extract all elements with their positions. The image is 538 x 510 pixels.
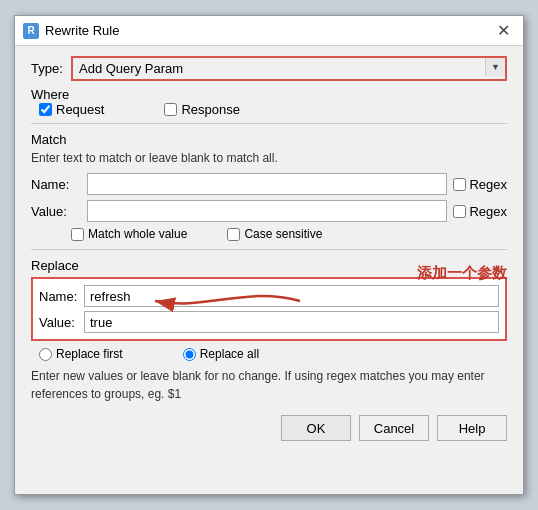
dialog-body: Type: ▼ Where Request Response (15, 46, 523, 457)
match-options: Match whole value Case sensitive (31, 227, 507, 241)
match-name-regex-label: Regex (469, 177, 507, 192)
request-checkbox[interactable] (39, 103, 52, 116)
type-label: Type: (31, 61, 71, 76)
match-value-row: Value: Regex (31, 200, 507, 222)
replace-all-row: Replace all (183, 347, 259, 361)
replace-all-label: Replace all (200, 347, 259, 361)
type-combo: ▼ (71, 56, 507, 81)
replace-name-row: Name: (39, 285, 499, 307)
replace-value-row: Value: (39, 311, 499, 333)
where-section: Where Request Response (31, 87, 507, 117)
match-value-label: Value: (31, 204, 81, 219)
type-row: Type: ▼ (31, 56, 507, 81)
match-name-input[interactable] (87, 173, 447, 195)
dialog-title: Rewrite Rule (45, 23, 491, 38)
match-value-regex-label: Regex (469, 204, 507, 219)
match-value-input[interactable] (87, 200, 447, 222)
request-label: Request (56, 102, 104, 117)
dialog-icon: R (23, 23, 39, 39)
match-description: Enter text to match or leave blank to ma… (31, 151, 507, 165)
match-name-regex-checkbox[interactable] (453, 178, 466, 191)
match-name-label: Name: (31, 177, 81, 192)
replace-value-label: Value: (39, 315, 84, 330)
title-bar: R Rewrite Rule ✕ (15, 16, 523, 46)
where-label: Where (31, 87, 69, 102)
match-name-row: Name: Regex (31, 173, 507, 195)
request-checkbox-row: Request (39, 102, 104, 117)
type-input[interactable] (73, 58, 485, 79)
replace-section: Replace Name: Value: Replace first (31, 258, 507, 403)
match-value-regex-checkbox[interactable] (453, 205, 466, 218)
replace-first-label: Replace first (56, 347, 123, 361)
replace-label: Replace (31, 258, 507, 273)
replace-name-input[interactable] (84, 285, 499, 307)
separator-1 (31, 123, 507, 124)
ok-button[interactable]: OK (281, 415, 351, 441)
case-sensitive-checkbox[interactable] (227, 228, 240, 241)
replace-all-radio[interactable] (183, 348, 196, 361)
type-dropdown-button[interactable]: ▼ (485, 58, 505, 76)
replace-radios: Replace first Replace all (31, 347, 507, 361)
match-value-regex-row: Regex (453, 204, 507, 219)
case-sensitive-option: Case sensitive (227, 227, 322, 241)
response-checkbox-row: Response (164, 102, 240, 117)
replace-name-label: Name: (39, 289, 84, 304)
replace-box: Name: Value: (31, 277, 507, 341)
case-sensitive-label: Case sensitive (244, 227, 322, 241)
match-section: Match Enter text to match or leave blank… (31, 132, 507, 241)
separator-2 (31, 249, 507, 250)
button-row: OK Cancel Help (31, 415, 507, 441)
replace-first-row: Replace first (39, 347, 123, 361)
where-checkboxes: Request Response (31, 102, 507, 117)
response-label: Response (181, 102, 240, 117)
replace-value-input[interactable] (84, 311, 499, 333)
match-whole-value-label: Match whole value (88, 227, 187, 241)
rewrite-rule-dialog: R Rewrite Rule ✕ Type: ▼ Where Request (14, 15, 524, 495)
close-button[interactable]: ✕ (491, 19, 515, 43)
replace-first-radio[interactable] (39, 348, 52, 361)
response-checkbox[interactable] (164, 103, 177, 116)
help-button[interactable]: Help (437, 415, 507, 441)
match-name-regex-row: Regex (453, 177, 507, 192)
replace-note: Enter new values or leave blank for no c… (31, 367, 507, 403)
match-label: Match (31, 132, 507, 147)
cancel-button[interactable]: Cancel (359, 415, 429, 441)
match-whole-value-option: Match whole value (71, 227, 187, 241)
match-whole-value-checkbox[interactable] (71, 228, 84, 241)
